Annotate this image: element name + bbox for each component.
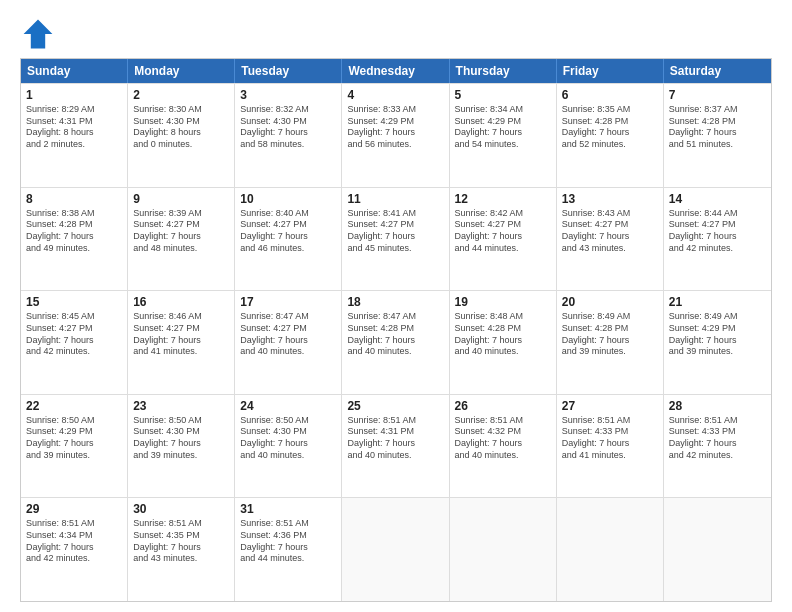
cell-line: Sunrise: 8:37 AM — [669, 104, 766, 116]
cell-line: Sunset: 4:27 PM — [26, 323, 122, 335]
cell-line: Daylight: 7 hours — [133, 231, 229, 243]
header — [20, 16, 772, 52]
cell-line: and 51 minutes. — [669, 139, 766, 151]
day-cell-8: 8Sunrise: 8:38 AMSunset: 4:28 PMDaylight… — [21, 188, 128, 291]
day-cell-22: 22Sunrise: 8:50 AMSunset: 4:29 PMDayligh… — [21, 395, 128, 498]
cell-line: and 48 minutes. — [133, 243, 229, 255]
calendar: SundayMondayTuesdayWednesdayThursdayFrid… — [20, 58, 772, 602]
cell-line: and 54 minutes. — [455, 139, 551, 151]
cell-line: Sunrise: 8:33 AM — [347, 104, 443, 116]
day-number: 1 — [26, 88, 122, 102]
cell-line: Sunrise: 8:50 AM — [26, 415, 122, 427]
day-cell-15: 15Sunrise: 8:45 AMSunset: 4:27 PMDayligh… — [21, 291, 128, 394]
cell-line: Daylight: 7 hours — [347, 231, 443, 243]
week-1: 1Sunrise: 8:29 AMSunset: 4:31 PMDaylight… — [21, 83, 771, 187]
cell-line: Daylight: 7 hours — [240, 542, 336, 554]
cell-line: Sunset: 4:28 PM — [669, 116, 766, 128]
day-number: 9 — [133, 192, 229, 206]
day-cell-26: 26Sunrise: 8:51 AMSunset: 4:32 PMDayligh… — [450, 395, 557, 498]
day-number: 26 — [455, 399, 551, 413]
day-cell-18: 18Sunrise: 8:47 AMSunset: 4:28 PMDayligh… — [342, 291, 449, 394]
cell-line: Daylight: 7 hours — [455, 335, 551, 347]
cell-line: Sunset: 4:29 PM — [347, 116, 443, 128]
cell-line: Daylight: 7 hours — [26, 231, 122, 243]
day-cell-4: 4Sunrise: 8:33 AMSunset: 4:29 PMDaylight… — [342, 84, 449, 187]
cell-line: Daylight: 7 hours — [26, 438, 122, 450]
cell-line: Sunrise: 8:51 AM — [455, 415, 551, 427]
cell-line: Sunset: 4:28 PM — [562, 116, 658, 128]
day-number: 15 — [26, 295, 122, 309]
cell-line: and 43 minutes. — [133, 553, 229, 565]
day-cell-9: 9Sunrise: 8:39 AMSunset: 4:27 PMDaylight… — [128, 188, 235, 291]
week-2: 8Sunrise: 8:38 AMSunset: 4:28 PMDaylight… — [21, 187, 771, 291]
cell-line: Sunrise: 8:49 AM — [562, 311, 658, 323]
cell-line: Sunset: 4:29 PM — [455, 116, 551, 128]
day-cell-17: 17Sunrise: 8:47 AMSunset: 4:27 PMDayligh… — [235, 291, 342, 394]
cell-line: Sunset: 4:36 PM — [240, 530, 336, 542]
cell-line: Daylight: 7 hours — [347, 127, 443, 139]
day-cell-30: 30Sunrise: 8:51 AMSunset: 4:35 PMDayligh… — [128, 498, 235, 601]
day-cell-27: 27Sunrise: 8:51 AMSunset: 4:33 PMDayligh… — [557, 395, 664, 498]
empty-cell — [450, 498, 557, 601]
day-cell-24: 24Sunrise: 8:50 AMSunset: 4:30 PMDayligh… — [235, 395, 342, 498]
day-cell-11: 11Sunrise: 8:41 AMSunset: 4:27 PMDayligh… — [342, 188, 449, 291]
day-cell-5: 5Sunrise: 8:34 AMSunset: 4:29 PMDaylight… — [450, 84, 557, 187]
cell-line: Daylight: 7 hours — [26, 335, 122, 347]
calendar-header: SundayMondayTuesdayWednesdayThursdayFrid… — [21, 59, 771, 83]
cell-line: and 42 minutes. — [26, 553, 122, 565]
cell-line: Sunrise: 8:43 AM — [562, 208, 658, 220]
cell-line: and 44 minutes. — [455, 243, 551, 255]
day-number: 30 — [133, 502, 229, 516]
day-cell-21: 21Sunrise: 8:49 AMSunset: 4:29 PMDayligh… — [664, 291, 771, 394]
cell-line: and 0 minutes. — [133, 139, 229, 151]
cell-line: Sunset: 4:27 PM — [562, 219, 658, 231]
cell-line: Daylight: 7 hours — [240, 231, 336, 243]
cell-line: and 46 minutes. — [240, 243, 336, 255]
cell-line: Sunrise: 8:51 AM — [347, 415, 443, 427]
cell-line: Daylight: 7 hours — [562, 335, 658, 347]
cell-line: Sunrise: 8:51 AM — [240, 518, 336, 530]
cell-line: Daylight: 7 hours — [562, 438, 658, 450]
day-number: 19 — [455, 295, 551, 309]
day-number: 13 — [562, 192, 658, 206]
cell-line: Sunrise: 8:51 AM — [562, 415, 658, 427]
calendar-body: 1Sunrise: 8:29 AMSunset: 4:31 PMDaylight… — [21, 83, 771, 601]
day-number: 29 — [26, 502, 122, 516]
day-cell-31: 31Sunrise: 8:51 AMSunset: 4:36 PMDayligh… — [235, 498, 342, 601]
day-number: 27 — [562, 399, 658, 413]
week-5: 29Sunrise: 8:51 AMSunset: 4:34 PMDayligh… — [21, 497, 771, 601]
day-cell-25: 25Sunrise: 8:51 AMSunset: 4:31 PMDayligh… — [342, 395, 449, 498]
cell-line: Sunset: 4:27 PM — [133, 323, 229, 335]
day-number: 3 — [240, 88, 336, 102]
cell-line: Daylight: 7 hours — [669, 127, 766, 139]
cell-line: Daylight: 7 hours — [240, 438, 336, 450]
cell-line: and 40 minutes. — [240, 346, 336, 358]
day-cell-29: 29Sunrise: 8:51 AMSunset: 4:34 PMDayligh… — [21, 498, 128, 601]
day-number: 14 — [669, 192, 766, 206]
cell-line: and 42 minutes. — [669, 243, 766, 255]
day-cell-3: 3Sunrise: 8:32 AMSunset: 4:30 PMDaylight… — [235, 84, 342, 187]
cell-line: and 56 minutes. — [347, 139, 443, 151]
empty-cell — [342, 498, 449, 601]
cell-line: Sunset: 4:28 PM — [562, 323, 658, 335]
cell-line: Sunrise: 8:41 AM — [347, 208, 443, 220]
cell-line: Sunset: 4:30 PM — [240, 426, 336, 438]
cell-line: Daylight: 7 hours — [669, 231, 766, 243]
cell-line: Daylight: 7 hours — [133, 335, 229, 347]
day-cell-10: 10Sunrise: 8:40 AMSunset: 4:27 PMDayligh… — [235, 188, 342, 291]
cell-line: Sunset: 4:28 PM — [347, 323, 443, 335]
cell-line: Daylight: 7 hours — [669, 438, 766, 450]
day-number: 16 — [133, 295, 229, 309]
empty-cell — [557, 498, 664, 601]
cell-line: Sunrise: 8:50 AM — [133, 415, 229, 427]
week-3: 15Sunrise: 8:45 AMSunset: 4:27 PMDayligh… — [21, 290, 771, 394]
day-number: 17 — [240, 295, 336, 309]
cell-line: and 39 minutes. — [669, 346, 766, 358]
day-cell-16: 16Sunrise: 8:46 AMSunset: 4:27 PMDayligh… — [128, 291, 235, 394]
cell-line: Daylight: 7 hours — [133, 542, 229, 554]
cell-line: Daylight: 8 hours — [26, 127, 122, 139]
cell-line: and 2 minutes. — [26, 139, 122, 151]
cell-line: Sunset: 4:27 PM — [669, 219, 766, 231]
cell-line: Sunset: 4:30 PM — [133, 116, 229, 128]
day-number: 10 — [240, 192, 336, 206]
